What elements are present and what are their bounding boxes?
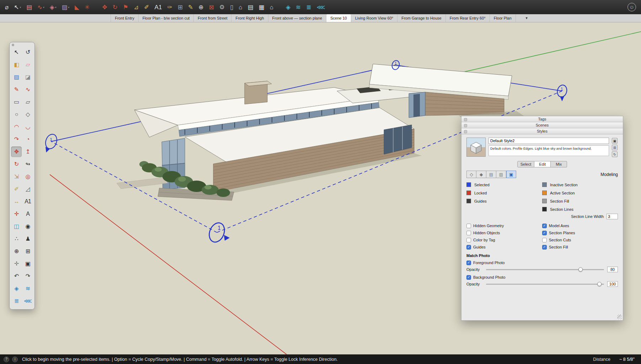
opacity-value-input[interactable]: 100 <box>607 281 618 287</box>
dropdown-caret-icon[interactable]: ▾ <box>68 6 70 9</box>
zoom-window-tool-icon[interactable]: ⊞ <box>22 246 33 257</box>
swatch-color-box[interactable] <box>542 191 547 195</box>
checkbox-section-fill[interactable]: ✓Section Fill <box>542 245 618 250</box>
line-tool-icon[interactable]: ✎ <box>11 84 22 95</box>
circle-tool-icon[interactable]: ○ <box>11 109 22 120</box>
dropdown-caret-icon[interactable]: ▾ <box>43 6 44 9</box>
scene-tab-floor-plan[interactable]: Floor Plan <box>490 14 516 22</box>
background-settings-icon[interactable]: ▤ <box>486 171 496 178</box>
rotate-tool-icon[interactable]: ↻ <box>11 159 22 170</box>
swatch-color-box[interactable] <box>466 199 471 203</box>
walk-tool-icon[interactable]: ∴ <box>11 234 22 244</box>
tape-measure-icon[interactable]: ✐ <box>11 184 22 194</box>
section-lines-icon[interactable]: ⋘ <box>317 4 325 10</box>
brush-grid-icon[interactable]: ⊞ <box>178 4 183 10</box>
scene-tab-front-above-section-plane[interactable]: Front above — section plane <box>268 14 327 22</box>
swirl-tool-icon[interactable]: ✳ <box>85 4 90 10</box>
flag-tool-icon[interactable]: ⚑ <box>123 4 128 10</box>
texture-icon[interactable]: ◪ <box>22 72 33 82</box>
style-thumbnail[interactable] <box>466 138 486 157</box>
style-name-input[interactable] <box>488 138 609 144</box>
checkbox-hidden-objects[interactable]: Hidden Objects <box>466 230 542 235</box>
opacity-slider-thumb[interactable] <box>578 267 583 272</box>
checkbox-icon[interactable] <box>466 238 471 242</box>
scene-tab-living-room-view-60[interactable]: Living Room View 60° <box>351 14 398 22</box>
wedge-tool-icon[interactable]: ◣ <box>75 4 79 10</box>
checkbox-icon[interactable]: ✓ <box>466 245 471 250</box>
refresh-style-button[interactable]: ↻ <box>612 151 618 157</box>
section-plane-display-icon[interactable]: ◈ <box>11 283 22 294</box>
checkbox-section-cuts[interactable]: Section Cuts <box>542 237 618 242</box>
dropdown-caret-icon[interactable]: ▾ <box>55 6 57 9</box>
create-style-button[interactable]: ▣ <box>612 138 618 144</box>
checkbox-icon[interactable]: ✓ <box>542 245 547 250</box>
arc-tool-icon[interactable]: ◠ <box>11 122 22 132</box>
help-icon[interactable]: ? <box>4 357 9 362</box>
swatch-color-box[interactable] <box>542 199 547 203</box>
swatch-color-box[interactable] <box>542 182 547 187</box>
scene-tab-from-rear-entry-60[interactable]: From Rear Entry 60° <box>446 14 490 22</box>
swatch-locked[interactable]: Locked <box>466 190 542 196</box>
swatch-color-box[interactable] <box>542 207 547 212</box>
tape-measure-icon[interactable]: ✐ <box>144 4 149 10</box>
dropdown-caret-icon[interactable]: ▾ <box>20 6 21 9</box>
previous-view-icon[interactable]: ↶ <box>11 271 22 282</box>
scene-tabs-overflow-button[interactable]: ▼ <box>523 16 530 20</box>
panel-resize-handle[interactable] <box>617 315 622 319</box>
freehand-tool-icon[interactable]: ∿ <box>22 84 33 95</box>
pattern-paint-icon[interactable]: ▨ <box>11 72 22 82</box>
section-display-icon[interactable]: ≋ <box>296 4 301 10</box>
look-around-tool-icon[interactable]: ◉ <box>22 221 33 232</box>
checkbox-icon[interactable]: ✓ <box>542 231 547 235</box>
gear-icon[interactable]: ⚙ <box>219 4 225 10</box>
checkbox-icon[interactable]: ✓ <box>542 224 547 228</box>
checkbox-hidden-geometry[interactable]: Hidden Geometry <box>466 223 542 228</box>
swatch-section-fill[interactable]: Section Fill <box>542 198 618 204</box>
scene-tab-scene-10[interactable]: Scene 10 <box>326 14 351 22</box>
face-settings-icon[interactable]: ◆ <box>476 171 486 178</box>
checkbox-icon[interactable]: ✓ <box>466 275 471 280</box>
style-description[interactable]: Default colors. Profile Edges. Light blu… <box>488 145 609 156</box>
polygon-tool-icon[interactable]: ◇ <box>22 109 33 120</box>
text-tool-icon[interactable]: A1 <box>22 196 33 207</box>
pattern-tool-icon[interactable]: ▨▾ <box>62 4 69 10</box>
paint-roller-icon[interactable]: ▤ <box>26 4 32 10</box>
tray-section-scenes[interactable]: Scenes <box>461 122 623 128</box>
watermark-settings-icon[interactable]: ▨ <box>496 171 506 178</box>
home-icon[interactable]: ⌂ <box>239 4 242 10</box>
opacity-value-input[interactable]: 80 <box>607 267 618 272</box>
tray-section-tags[interactable]: Tags <box>461 116 623 122</box>
two-point-arc-tool-icon[interactable]: ◡ <box>22 122 33 132</box>
offset-tool-icon[interactable]: ◎ <box>22 171 33 182</box>
dimension-tool-icon[interactable]: ↔ <box>11 196 22 207</box>
move-tool-icon[interactable]: ✥ <box>11 146 22 157</box>
scene-tab-front-from-street[interactable]: Front from Street <box>194 14 231 22</box>
paint-bucket-icon[interactable]: ◧ <box>11 59 22 70</box>
zoom-in-icon[interactable]: ⊕ <box>198 4 203 10</box>
opacity-slider[interactable] <box>486 284 604 285</box>
next-view-icon[interactable]: ↷ <box>22 271 33 282</box>
swatch-selected[interactable]: Selected <box>466 182 542 187</box>
home-alt-icon[interactable]: ⌂ <box>270 4 273 10</box>
rotate-tool-icon[interactable]: ↻ <box>113 4 118 10</box>
section-plane-icon[interactable]: ◈ <box>286 4 290 10</box>
swatch-color-box[interactable] <box>466 182 471 187</box>
zoom-tool-icon[interactable]: ⊕ <box>11 246 22 257</box>
column-icon[interactable]: ▯ <box>230 4 233 10</box>
checkbox-model-axes[interactable]: ✓Model Axes <box>542 223 618 228</box>
checkbox-section-planes[interactable]: ✓Section Planes <box>542 230 618 235</box>
model-canvas[interactable]: 1 1 1 1 ↖↺◧▱▨◪✎∿▭▱○◇◠◡↷◔✥↥↻↬⇲◎✐◿↔A1✛A◫◉∴… <box>0 22 641 354</box>
section-line-width-input[interactable] <box>607 214 618 219</box>
scene-tab-front-entry[interactable]: Front Entry <box>111 14 138 22</box>
section-fill-icon[interactable]: ≣ <box>306 4 311 10</box>
checkbox-guides[interactable]: ✓Guides <box>466 245 542 250</box>
pan-tool-icon[interactable]: ✛ <box>11 258 22 269</box>
account-icon[interactable]: ☺ <box>627 3 636 11</box>
info-icon[interactable]: i <box>12 357 18 362</box>
scene-tab-floor-plan-b-w-section-cut[interactable]: Floor Plan - b/w section cut <box>139 14 194 22</box>
checkbox-foreground-photo[interactable]: ✓Foreground Photo <box>466 260 618 265</box>
swatch-color-box[interactable] <box>466 191 471 195</box>
checkbox-icon[interactable] <box>466 231 471 235</box>
zoom-extents-tool-icon[interactable]: ▣ <box>22 258 33 269</box>
section-lines-display-icon[interactable]: ⋘ <box>22 296 33 306</box>
